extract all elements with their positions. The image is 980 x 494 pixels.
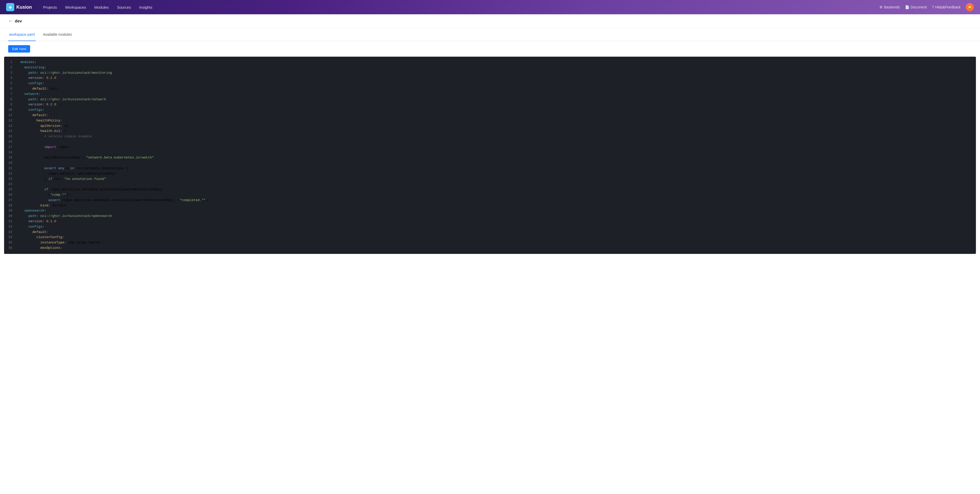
toolbar: Edit Yaml [0, 41, 980, 57]
line-number: 21 [8, 166, 12, 171]
nav-item-modules[interactable]: Modules [91, 3, 112, 11]
line-number: 14 [8, 129, 12, 134]
nav-item-workspaces[interactable]: Workspaces [62, 3, 89, 11]
code-line: # service simple example [21, 134, 972, 139]
code-line: } if res, "no annotation found" [21, 176, 972, 182]
code-line: instanceType: r6g.large.search [21, 240, 972, 245]
tab-available-modules[interactable]: Available modules [42, 28, 73, 41]
code-line: watchAnnotationKey = "network.beta.kuber… [21, 155, 972, 160]
header: ◆ Kusion Projects Workspaces Modules Sou… [0, 0, 980, 14]
line-number: 25 [8, 187, 12, 192]
line-number: 28 [8, 203, 12, 208]
line-number: 32 [8, 224, 12, 230]
backends-icon: ⚙ [880, 5, 883, 9]
main-nav: Projects Workspaces Modules Sources Insi… [40, 3, 871, 11]
logo-icon: ◆ [6, 3, 14, 11]
logo: ◆ Kusion [6, 3, 32, 11]
page: ← dev workspace.yaml Available modules E… [0, 14, 980, 494]
code-line: configs: [21, 224, 972, 230]
code-line: regex.match(k, watchAnnotationKey) [21, 171, 972, 176]
code-line: default: [21, 230, 972, 235]
line-number: 3 [8, 70, 12, 76]
code-line: monitoring: [21, 65, 972, 70]
page-title: dev [15, 19, 22, 24]
line-number: 10 [8, 107, 12, 113]
code-line [21, 150, 972, 156]
code-line: assert any k in res.metadata.annotations… [21, 166, 972, 171]
line-number: 27 [8, 198, 12, 203]
line-number: 24 [8, 182, 12, 187]
code-line: opensearch: [21, 208, 972, 214]
document-label: Document [911, 5, 927, 9]
line-numbers: 1234567891011121314151617181920212223242… [4, 60, 16, 251]
code-line: configs: [21, 107, 972, 113]
document-button[interactable]: 📄 Document [905, 5, 927, 9]
code-line: default: [21, 113, 972, 118]
line-number: 11 [8, 113, 12, 118]
help-button[interactable]: ? Help&Feedback [932, 5, 961, 9]
code-line: assert regex.match(res.metadata.annotati… [21, 198, 972, 203]
nav-item-projects[interactable]: Projects [40, 3, 60, 11]
code-line: version: 0.2.0 [21, 102, 972, 107]
code-line: version: 0.1.0 [21, 219, 972, 224]
nav-item-sources[interactable]: Sources [114, 3, 134, 11]
header-right: ⚙ Backends 📄 Document ? Help&Feedback 🔔 [880, 3, 974, 11]
line-number: 8 [8, 97, 12, 102]
line-number: 16 [8, 139, 12, 145]
line-number: 34 [8, 235, 12, 240]
code-line: apiVersion: v1 [21, 124, 972, 129]
code-line: path: oci://ghcr.io/kusionstack/opensear… [21, 214, 972, 219]
tab-workspace-yaml[interactable]: workspace.yaml [8, 28, 36, 41]
tabs: workspace.yaml Available modules [0, 28, 980, 41]
code-line: path: oci://ghcr.io/kusionstack/monitori… [21, 70, 972, 76]
code-line: network: [21, 92, 972, 97]
line-number: 33 [8, 230, 12, 235]
logo-text: Kusion [16, 5, 32, 10]
backends-button[interactable]: ⚙ Backends [880, 5, 900, 9]
line-number: 18 [8, 150, 12, 156]
avatar[interactable]: 🔔 [966, 3, 974, 11]
line-number: 2 [8, 65, 12, 70]
back-arrow[interactable]: ← [8, 18, 13, 24]
breadcrumb: ← dev [0, 14, 980, 28]
line-number: 1 [8, 60, 12, 65]
line-number: 20 [8, 160, 12, 166]
code-line [21, 160, 972, 166]
code-line: kind: Service [21, 203, 972, 208]
line-number: 23 [8, 176, 12, 182]
line-number: 17 [8, 145, 12, 150]
line-number: 4 [8, 76, 12, 81]
line-number: 22 [8, 171, 12, 176]
backends-label: Backends [884, 5, 900, 9]
line-number: 31 [8, 219, 12, 224]
code-line: import regex [21, 145, 972, 150]
line-number: 13 [8, 124, 12, 129]
edit-yaml-button[interactable]: Edit Yaml [8, 45, 30, 52]
code-line: r"comp.*"): [21, 192, 972, 198]
code-line: if regex.match(res.metadata.annotations[… [21, 187, 972, 192]
code-line: ebsOptions: [21, 245, 972, 251]
code-line: health.kcl: > [21, 129, 972, 134]
help-label: Help&Feedback [935, 5, 961, 9]
code-line [21, 182, 972, 187]
line-number: 15 [8, 134, 12, 139]
line-number: 35 [8, 240, 12, 245]
line-number: 26 [8, 192, 12, 198]
line-number: 30 [8, 214, 12, 219]
code-line: path: oci://ghcr.io/kusionstack/network [21, 97, 972, 102]
code-line: clusterConfig: [21, 235, 972, 240]
line-number: 12 [8, 118, 12, 124]
line-number: 7 [8, 92, 12, 97]
line-number: 36 [8, 245, 12, 251]
code-line: modules: [21, 60, 972, 65]
line-number: 19 [8, 155, 12, 160]
document-icon: 📄 [905, 5, 909, 9]
line-number: 6 [8, 86, 12, 92]
line-number: 9 [8, 102, 12, 107]
line-number: 29 [8, 208, 12, 214]
help-icon: ? [932, 5, 934, 9]
code-line: healthPolicy: [21, 118, 972, 124]
code-line: configs: [21, 81, 972, 86]
nav-item-insights[interactable]: Insights [136, 3, 156, 11]
code-editor: 1234567891011121314151617181920212223242… [4, 57, 976, 254]
